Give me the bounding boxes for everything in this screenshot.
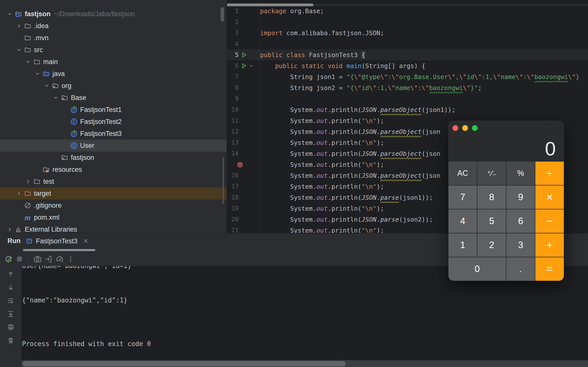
- tree-item-fastjsontest1[interactable]: CFastjsonTest1: [0, 104, 227, 116]
- chevron-right-icon[interactable]: [6, 226, 13, 233]
- code-line-4[interactable]: 4: [227, 38, 588, 49]
- tree-item-fastjsontest3[interactable]: CFastjsonTest3: [0, 128, 227, 140]
- tree-item--gitignore[interactable]: .gitignore: [0, 199, 227, 211]
- camera-icon[interactable]: [32, 254, 43, 265]
- calc-key-8[interactable]: 8: [477, 185, 506, 209]
- zoom-traffic-light[interactable]: [472, 125, 478, 131]
- scroll-to-end-icon[interactable]: [6, 309, 16, 319]
- tree-item-test[interactable]: test: [0, 176, 227, 187]
- arrow-up-icon[interactable]: [6, 269, 16, 279]
- line-number: 4: [227, 40, 239, 47]
- code-line-9[interactable]: 9: [227, 93, 588, 104]
- calc-key-[interactable]: .: [506, 257, 535, 281]
- tree-item-target[interactable]: target: [0, 187, 227, 199]
- run-line-icon[interactable]: [239, 51, 259, 58]
- calc-key-[interactable]: %: [506, 162, 535, 185]
- package-icon: [61, 94, 69, 102]
- chevron-down-icon[interactable]: [15, 46, 23, 54]
- chevron-down-icon[interactable]: [34, 70, 41, 78]
- tree-item-resources[interactable]: resources: [0, 164, 227, 176]
- tree-item-main[interactable]: main: [0, 56, 227, 68]
- stop-button[interactable]: [14, 254, 25, 265]
- chevron-down-icon[interactable]: [43, 82, 50, 90]
- tree-item-org[interactable]: org: [0, 80, 227, 92]
- print-icon[interactable]: [6, 322, 16, 332]
- calc-key-5[interactable]: 5: [477, 209, 506, 233]
- calc-key-[interactable]: ×: [535, 185, 564, 209]
- breakpoint-icon[interactable]: [239, 162, 259, 168]
- tree-item-label: .gitignore: [34, 202, 62, 209]
- code-line-2[interactable]: 2: [227, 16, 588, 27]
- calc-key-3[interactable]: 3: [506, 233, 535, 257]
- code-line-7[interactable]: 7 String json1 = "{\"@type\":\"org.Base.…: [227, 71, 588, 82]
- tree-item-label: src: [34, 46, 43, 54]
- calculator-titlebar[interactable]: [448, 121, 564, 135]
- calculator-window[interactable]: 0 AC⁺⁄₋%÷789×456−123+0.=: [448, 121, 564, 281]
- tree-item-user[interactable]: CUser: [0, 140, 227, 152]
- code-line-8[interactable]: 8 String json2 = "{\"id\":1,\"name\":\"b…: [227, 82, 588, 93]
- arrow-down-icon[interactable]: [6, 282, 16, 292]
- trash-icon[interactable]: [6, 335, 16, 345]
- calc-key-[interactable]: =: [535, 257, 564, 281]
- tree-scrollbar-thumb[interactable]: [221, 7, 224, 21]
- minimize-traffic-light[interactable]: [462, 125, 468, 131]
- chevron-right-icon[interactable]: [15, 190, 23, 197]
- tree-item--idea[interactable]: .idea: [0, 20, 227, 32]
- chevron-down-icon[interactable]: [6, 10, 13, 18]
- svg-text:C: C: [72, 119, 75, 124]
- chevron-spacer: [61, 118, 69, 125]
- tree-item-java[interactable]: java: [0, 68, 227, 80]
- tree-item--mvn[interactable]: .mvn: [0, 32, 227, 44]
- soft-wrap-icon[interactable]: [6, 296, 16, 306]
- tree-scrollbar-line[interactable]: [223, 157, 224, 204]
- tree-item-pom-xml[interactable]: mpom.xml: [0, 211, 227, 223]
- code-line-10[interactable]: 10 System.out.println(JSON.parseObject(j…: [227, 104, 588, 115]
- run-tab[interactable]: FastjsonTest3 ✕: [26, 235, 88, 248]
- code-line-3[interactable]: 3import com.alibaba.fastjson.JSON;: [227, 27, 588, 38]
- gauge-icon[interactable]: [54, 254, 65, 265]
- folder-resources-icon: [42, 166, 50, 174]
- console-hscrollbar-thumb[interactable]: [22, 361, 346, 366]
- tree-item-fastjson[interactable]: fastjson: [0, 152, 227, 164]
- tree-item-fastjson[interactable]: fastjson~/Downloads/Jaba/fastjson: [0, 8, 227, 20]
- run-line-menu-icon[interactable]: [239, 62, 259, 69]
- calc-key-6[interactable]: 6: [506, 209, 535, 233]
- console-output[interactable]: User{name='baozongwi', id=1} {"name":"ba…: [21, 266, 588, 367]
- code-line-5[interactable]: 5public class FastjsonTest3 {: [227, 49, 588, 60]
- line-number: 10: [227, 106, 239, 113]
- line-number: 8: [227, 84, 239, 91]
- code-line-6[interactable]: 6 public static void main(String[] args)…: [227, 60, 588, 71]
- code-line-1[interactable]: 1package org.Base;: [227, 5, 588, 16]
- calc-key-[interactable]: ÷: [535, 162, 564, 185]
- calc-key-AC[interactable]: AC: [448, 162, 477, 185]
- chevron-right-icon[interactable]: [24, 178, 32, 185]
- tree-item-base[interactable]: Base: [0, 92, 227, 104]
- chevron-down-icon[interactable]: [24, 58, 32, 66]
- calc-key-7[interactable]: 7: [448, 185, 477, 209]
- tree-item-external-libraries[interactable]: External Libraries: [0, 223, 227, 233]
- rerun-button[interactable]: [3, 254, 14, 265]
- calc-key-9[interactable]: 9: [506, 185, 535, 209]
- svg-text:C: C: [72, 143, 75, 148]
- calc-key-1[interactable]: 1: [448, 233, 477, 257]
- tree-item-label: FastjsonTest3: [80, 130, 122, 138]
- chevron-down-icon[interactable]: [52, 94, 60, 101]
- tree-item-src[interactable]: src: [0, 44, 227, 56]
- line-number: 13: [227, 139, 239, 146]
- tree-item-label: .mvn: [34, 34, 49, 42]
- calc-key-2[interactable]: 2: [477, 233, 506, 257]
- chevron-right-icon[interactable]: [15, 22, 23, 30]
- calc-key-[interactable]: −: [535, 209, 564, 233]
- calc-key-[interactable]: ⁺⁄₋: [477, 162, 506, 185]
- editor-hscrollbar-thumb[interactable]: [227, 3, 313, 6]
- calc-key-4[interactable]: 4: [448, 209, 477, 233]
- run-config-icon: [26, 238, 32, 244]
- calc-key-[interactable]: +: [535, 233, 564, 257]
- more-options-icon[interactable]: [65, 254, 76, 265]
- close-icon[interactable]: ✕: [83, 237, 89, 245]
- calc-key-0[interactable]: 0: [448, 257, 506, 281]
- export-console-icon[interactable]: [43, 254, 54, 265]
- tree-item-fastjsontest2[interactable]: CFastjsonTest2: [0, 116, 227, 128]
- close-traffic-light[interactable]: [452, 125, 458, 131]
- code-text: String json1 = "{\"@type\":\"org.Base.Us…: [259, 73, 580, 81]
